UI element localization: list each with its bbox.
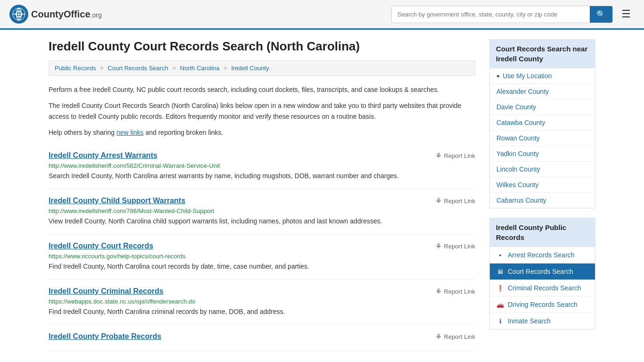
report-icon-4: ⚘ [435, 332, 442, 341]
breadcrumb-nc[interactable]: North Carolina [180, 65, 220, 72]
pr-item-4: ℹ Inmate Search [490, 313, 595, 329]
record-title-0[interactable]: Iredell County Arrest Warrants [49, 151, 157, 160]
sidebar-county-link-1[interactable]: Davie County [490, 99, 595, 115]
sidebar-county-label-6: Wilkes County [496, 181, 538, 189]
description-para3: Help others by sharing new links and rep… [49, 127, 475, 138]
sidebar-county-link-4[interactable]: Yadkin County [490, 146, 595, 161]
breadcrumb-sep-3: > [223, 65, 227, 72]
record-desc-2: Find Iredell County, North Carolina cour… [49, 262, 475, 272]
pr-icon-0: ▪ [496, 252, 504, 259]
record-desc-0: Search Iredell County, North Carolina ar… [49, 171, 475, 181]
pr-item-0: ▪ Arrest Records Search [490, 247, 595, 263]
sidebar-county-link-0[interactable]: Alexander County [490, 84, 595, 99]
header-right: 🔍 ☰ [391, 6, 635, 23]
sidebar-county-link-2[interactable]: Catawba County [490, 115, 595, 130]
report-icon-1: ⚘ [435, 197, 442, 206]
record-header-2: Iredell County Court Records ⚘ Report Li… [49, 242, 475, 251]
main-content: Iredell County Court Records Search (Nor… [49, 39, 475, 351]
sidebar-county-link-6[interactable]: Wilkes County [490, 177, 595, 192]
record-title-3[interactable]: Iredell County Criminal Records [49, 287, 164, 296]
use-my-location-label: Use My Location [503, 72, 552, 80]
sidebar-county-label-2: Catawba County [496, 119, 545, 126]
record-header-1: Iredell County Child Support Warrants ⚘ … [49, 197, 475, 206]
report-link-0[interactable]: ⚘ Report Link [435, 151, 475, 160]
sidebar-county-link-3[interactable]: Rowan County [490, 131, 595, 146]
record-title-2[interactable]: Iredell County Court Records [49, 242, 153, 250]
sidebar-county-link-7[interactable]: Cabarrus County [490, 193, 595, 208]
logo-icon [9, 5, 28, 24]
logo-svg [12, 8, 25, 21]
menu-button[interactable]: ☰ [618, 6, 635, 22]
logo-area: CountyOffice.org [9, 5, 102, 24]
pr-link-1[interactable]: 🏛 Court Records Search [490, 263, 595, 280]
sidebar-county-label-5: Lincoln County [496, 165, 540, 173]
pr-item-2: ❗ Criminal Records Search [490, 280, 595, 296]
search-bar-container: 🔍 [391, 6, 613, 23]
pr-link-4[interactable]: ℹ Inmate Search [490, 313, 595, 329]
sidebar-county-link-5[interactable]: Lincoln County [490, 162, 595, 177]
public-records-section: Iredell County Public Records ▪ Arrest R… [489, 218, 595, 329]
sidebar-county-1: Davie County [490, 99, 595, 115]
new-links-link[interactable]: new links [116, 129, 144, 136]
use-my-location-link[interactable]: ● Use My Location [490, 68, 595, 83]
sidebar-county-label-3: Rowan County [496, 134, 540, 142]
pr-item-3: 🚗 Driving Records Search [490, 296, 595, 313]
breadcrumb-iredell[interactable]: Iredell County [231, 65, 269, 72]
sidebar-county-0: Alexander County [490, 84, 595, 99]
records-list: Iredell County Arrest Warrants ⚘ Report … [49, 144, 475, 351]
breadcrumb-court-records[interactable]: Court Records Search [107, 65, 168, 72]
report-label-0: Report Link [444, 152, 475, 159]
search-button[interactable]: 🔍 [590, 6, 612, 23]
sidebar-county-label-0: Alexander County [496, 88, 549, 95]
sidebar: Court Records Search near Iredell County… [489, 39, 595, 351]
main-container: Iredell County Court Records Search (Nor… [39, 30, 605, 361]
record-item-1: Iredell County Child Support Warrants ⚘ … [49, 189, 475, 234]
sidebar-county-label-7: Cabarrus County [496, 197, 546, 204]
location-icon: ● [496, 73, 500, 79]
report-link-2[interactable]: ⚘ Report Link [435, 242, 475, 251]
record-desc-3: Find Iredell County, North Carolina crim… [49, 307, 475, 317]
report-icon-0: ⚘ [435, 151, 442, 160]
logo-org: .org [91, 11, 102, 19]
report-icon-2: ⚘ [435, 242, 442, 251]
record-title-4[interactable]: Iredell County Probate Records [49, 332, 161, 341]
breadcrumb-sep-1: > [100, 65, 104, 72]
logo-text: CountyOffice.org [31, 9, 102, 20]
breadcrumb-sep-2: > [173, 65, 176, 72]
record-url-0[interactable]: http://www.iredellsheriff.com/582/Crimin… [49, 162, 475, 169]
search-input[interactable] [392, 7, 590, 22]
pr-link-2[interactable]: ❗ Criminal Records Search [490, 280, 595, 296]
use-my-location-item: ● Use My Location [490, 68, 595, 84]
record-title-1[interactable]: Iredell County Child Support Warrants [49, 197, 185, 205]
sidebar-county-2: Catawba County [490, 115, 595, 131]
record-desc-1: View Iredell County, North Carolina chil… [49, 216, 475, 226]
pr-label-2: Criminal Records Search [508, 284, 581, 292]
report-link-4[interactable]: ⚘ Report Link [435, 332, 475, 341]
sidebar-county-4: Yadkin County [490, 146, 595, 162]
sidebar-county-7: Cabarrus County [490, 193, 595, 208]
record-header-3: Iredell County Criminal Records ⚘ Report… [49, 287, 475, 296]
pr-item-1: 🏛 Court Records Search [490, 263, 595, 280]
pr-label-4: Inmate Search [508, 317, 551, 325]
description-para2: The Iredell County Court Records Search … [49, 100, 475, 122]
pr-label-3: Driving Records Search [508, 301, 578, 308]
nearby-section: Court Records Search near Iredell County… [489, 39, 595, 208]
pr-link-0[interactable]: ▪ Arrest Records Search [490, 247, 595, 263]
sidebar-county-5: Lincoln County [490, 162, 595, 177]
report-link-3[interactable]: ⚘ Report Link [435, 287, 475, 296]
report-link-1[interactable]: ⚘ Report Link [435, 197, 475, 206]
record-item-2: Iredell County Court Records ⚘ Report Li… [49, 234, 475, 280]
sidebar-county-label-4: Yadkin County [496, 150, 539, 157]
report-label-4: Report Link [444, 333, 475, 340]
breadcrumb-public-records[interactable]: Public Records [55, 65, 96, 72]
record-url-3[interactable]: https://webapps.doc.state.nc.us/opi/offe… [49, 298, 475, 305]
report-icon-3: ⚘ [435, 287, 442, 296]
record-url-2[interactable]: https://www.nccourts.gov/help-topics/cou… [49, 253, 475, 260]
page-title: Iredell County Court Records Search (Nor… [49, 39, 475, 54]
pr-label-1: Court Records Search [508, 268, 573, 275]
record-url-1[interactable]: http://www.iredellsheriff.com/786/Most-W… [49, 207, 475, 214]
logo-name: CountyOffice [31, 9, 91, 19]
pr-link-3[interactable]: 🚗 Driving Records Search [490, 296, 595, 313]
record-header-0: Iredell County Arrest Warrants ⚘ Report … [49, 151, 475, 160]
description-para1: Perform a free Iredell County, NC public… [49, 84, 475, 95]
